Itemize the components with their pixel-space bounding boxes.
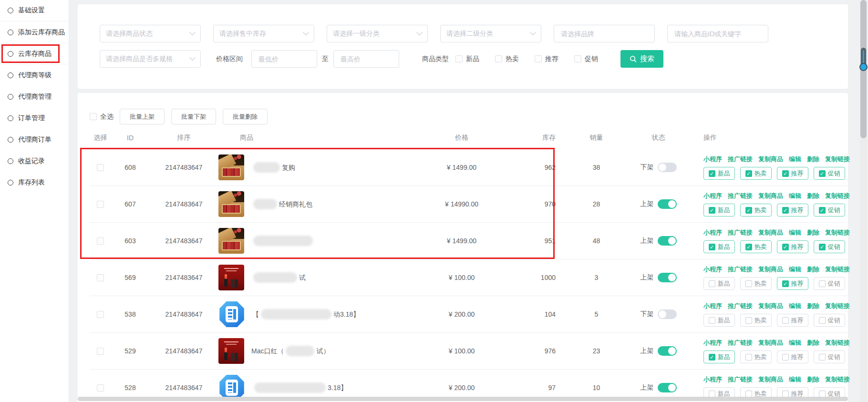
batch-onshelf-button[interactable]: 批量上架 — [120, 109, 165, 124]
scroll-marker-pin-icon[interactable] — [861, 48, 866, 68]
action-link-5[interactable]: 复制链接 — [825, 375, 850, 384]
tag-button-2[interactable]: 推荐 — [777, 350, 808, 363]
tag-button-0[interactable]: ✓新品 — [703, 350, 735, 363]
status-toggle[interactable] — [658, 346, 677, 356]
tag-button-3[interactable]: 促销 — [814, 277, 845, 290]
select-all[interactable]: 全选 — [90, 113, 114, 121]
action-link-0[interactable]: 小程序 — [703, 265, 722, 274]
checkbox-icon[interactable] — [495, 55, 502, 62]
sidebar-item-6[interactable]: 代理商订单 — [0, 129, 69, 150]
action-link-1[interactable]: 推广链接 — [728, 192, 753, 200]
action-link-2[interactable]: 复制商品 — [758, 228, 783, 237]
tag-button-1[interactable]: 热卖 — [740, 350, 772, 363]
row-checkbox[interactable] — [97, 274, 104, 281]
checkbox-icon[interactable] — [455, 55, 463, 62]
select-product-status[interactable]: 请选择商品状态 — [100, 25, 201, 42]
action-link-1[interactable]: 推广链接 — [728, 302, 753, 310]
action-link-4[interactable]: 删除 — [807, 375, 819, 384]
horizontal-scrollbar-thumb[interactable] — [78, 397, 848, 401]
action-link-3[interactable]: 编辑 — [789, 265, 801, 274]
action-link-4[interactable]: 删除 — [807, 192, 819, 200]
action-link-4[interactable]: 删除 — [807, 155, 819, 164]
row-checkbox[interactable] — [97, 237, 104, 245]
tag-button-3[interactable]: ✓促销 — [814, 167, 845, 180]
action-link-4[interactable]: 删除 — [807, 265, 819, 274]
sidebar-item-4[interactable]: 代理商管理 — [0, 86, 69, 107]
action-link-5[interactable]: 复制链接 — [825, 339, 850, 347]
action-link-3[interactable]: 编辑 — [789, 375, 801, 384]
action-link-0[interactable]: 小程序 — [703, 339, 722, 347]
tag-button-1[interactable]: 热卖 — [740, 277, 772, 290]
action-link-5[interactable]: 复制链接 — [825, 265, 850, 274]
action-link-1[interactable]: 推广链接 — [728, 339, 753, 347]
batch-delete-button[interactable]: 批量删除 — [223, 109, 268, 124]
action-link-1[interactable]: 推广链接 — [728, 228, 753, 237]
select-category-level1[interactable]: 请选择一级分类 — [327, 25, 428, 42]
max-price-input[interactable] — [333, 50, 399, 68]
sidebar-item-0[interactable]: 基础设置 — [0, 0, 69, 21]
status-toggle[interactable] — [658, 199, 677, 209]
tag-button-0[interactable]: ✓新品 — [703, 240, 735, 253]
tag-button-2[interactable]: ✓推荐 — [777, 167, 808, 180]
tag-button-3[interactable]: ✓促销 — [814, 204, 845, 216]
status-toggle[interactable] — [658, 383, 677, 392]
tag-button-1[interactable]: ✓热卖 — [740, 167, 772, 180]
action-link-3[interactable]: 编辑 — [789, 339, 801, 347]
tag-button-1[interactable]: ✓热卖 — [740, 204, 772, 216]
action-link-3[interactable]: 编辑 — [789, 302, 801, 310]
select-category-level2[interactable]: 请选择二级分类 — [440, 25, 541, 42]
row-checkbox[interactable] — [97, 384, 104, 392]
action-link-0[interactable]: 小程序 — [703, 192, 722, 200]
checkbox-icon[interactable] — [574, 55, 581, 62]
action-link-4[interactable]: 删除 — [807, 302, 819, 310]
action-link-5[interactable]: 复制链接 — [825, 155, 850, 164]
action-link-1[interactable]: 推广链接 — [728, 375, 753, 384]
row-checkbox[interactable] — [97, 311, 104, 318]
type-option-new[interactable]: 新品 — [455, 55, 479, 63]
search-button[interactable]: 搜索 — [620, 50, 663, 68]
status-toggle[interactable] — [658, 273, 677, 282]
action-link-1[interactable]: 推广链接 — [728, 155, 753, 164]
brand-input[interactable] — [554, 25, 655, 42]
tag-button-1[interactable]: 热卖 — [740, 314, 772, 327]
sidebar-item-2[interactable]: 云库存商品 — [0, 43, 69, 64]
min-price-input[interactable] — [251, 50, 317, 68]
type-option-recommend[interactable]: 推荐 — [535, 55, 558, 63]
action-link-3[interactable]: 编辑 — [789, 228, 801, 237]
vertical-scrollbar-track[interactable] — [860, 0, 867, 402]
tag-button-2[interactable]: 推荐 — [777, 314, 808, 327]
tag-button-3[interactable]: 促销 — [814, 314, 845, 327]
action-link-5[interactable]: 复制链接 — [825, 302, 850, 310]
tag-button-1[interactable]: ✓热卖 — [740, 240, 772, 253]
action-link-3[interactable]: 编辑 — [789, 155, 801, 164]
action-link-0[interactable]: 小程序 — [703, 375, 722, 384]
sidebar-item-1[interactable]: 添加云库存商品 — [0, 21, 69, 43]
tag-button-0[interactable]: 新品 — [703, 277, 735, 290]
action-link-2[interactable]: 复制商品 — [758, 302, 783, 310]
action-link-5[interactable]: 复制链接 — [825, 228, 850, 237]
sidebar-item-8[interactable]: 库存列表 — [0, 172, 69, 193]
tag-button-0[interactable]: ✓新品 — [703, 204, 735, 216]
sidebar-item-3[interactable]: 代理商等级 — [0, 64, 69, 86]
action-link-1[interactable]: 推广链接 — [728, 265, 753, 274]
tag-button-2[interactable]: ✓推荐 — [777, 240, 808, 253]
tag-button-2[interactable]: ✓推荐 — [777, 204, 808, 216]
action-link-4[interactable]: 删除 — [807, 228, 819, 237]
action-link-4[interactable]: 删除 — [807, 339, 819, 347]
row-checkbox[interactable] — [97, 164, 104, 171]
status-toggle[interactable] — [658, 236, 677, 246]
select-onsale-stock[interactable]: 请选择售中库存 — [213, 25, 314, 42]
checkbox-icon[interactable] — [535, 55, 542, 62]
tag-button-3[interactable]: 促销 — [814, 350, 845, 363]
status-toggle[interactable] — [658, 309, 677, 319]
select-multi-spec[interactable]: 请选择商品是否多规格 — [100, 50, 201, 68]
type-option-hot[interactable]: 热卖 — [495, 55, 519, 63]
action-link-0[interactable]: 小程序 — [703, 302, 722, 310]
action-link-0[interactable]: 小程序 — [703, 228, 722, 237]
action-link-2[interactable]: 复制商品 — [758, 155, 783, 164]
checkbox-icon[interactable] — [90, 113, 97, 120]
batch-offshelf-button[interactable]: 批量下架 — [171, 109, 216, 124]
action-link-0[interactable]: 小程序 — [703, 155, 722, 164]
sidebar-item-5[interactable]: 订单管理 — [0, 107, 69, 129]
action-link-2[interactable]: 复制商品 — [758, 265, 783, 274]
